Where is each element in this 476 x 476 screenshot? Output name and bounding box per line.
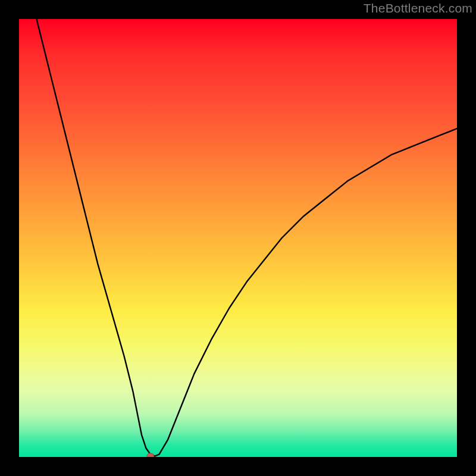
plot-area (19, 19, 457, 457)
minimum-marker (147, 453, 154, 457)
curve-svg (19, 19, 457, 457)
watermark-label: TheBottleneck.com (364, 1, 472, 15)
bottleneck-curve (36, 19, 457, 456)
chart-frame: TheBottleneck.com (0, 0, 476, 476)
